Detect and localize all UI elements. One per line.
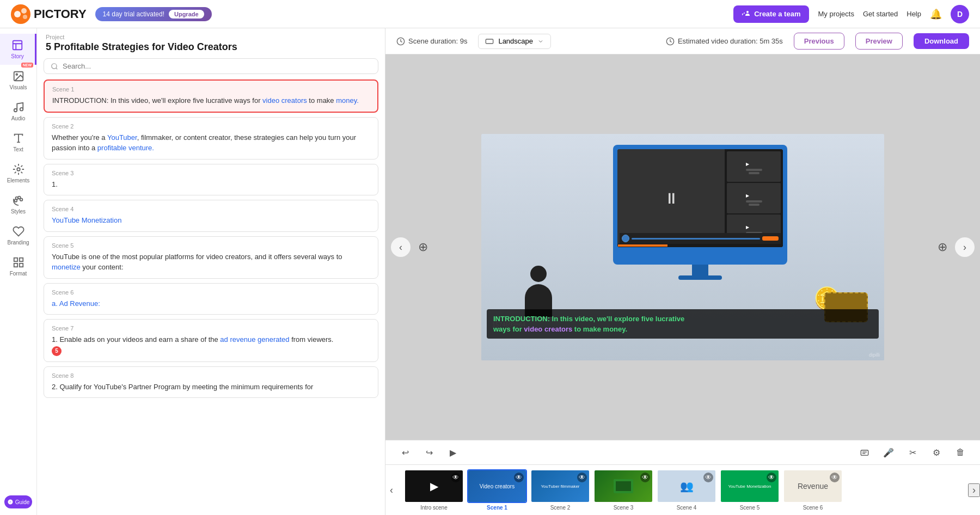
video-frame: ⏸ ▶ xyxy=(481,134,884,360)
scene-card-5[interactable]: Scene 5 YouTube is one of the most popul… xyxy=(44,236,378,279)
scene-card-8[interactable]: Scene 8 2. Qualify for YouTube's Partner… xyxy=(44,366,378,398)
scene-5-eye-icon[interactable]: 👁 xyxy=(767,473,776,482)
sidebar-item-text[interactable]: Text xyxy=(0,127,36,158)
scene-2-link-2[interactable]: profitable venture. xyxy=(97,144,154,152)
add-before-button[interactable]: ⊕ xyxy=(415,240,431,255)
main-video-area: ⏸ xyxy=(617,149,725,247)
scene-1-link-1[interactable]: video creators xyxy=(262,96,307,105)
scene-7-badge: 5 xyxy=(52,346,62,356)
sidebar-visuals-label: Visuals xyxy=(9,84,27,90)
filmstrip-scene-5[interactable]: YouTube Monetization 👁 Scene 5 xyxy=(720,469,780,511)
scene-card-3[interactable]: Scene 3 1. xyxy=(44,164,378,196)
scene-4-thumb: 👥 👁 xyxy=(657,469,716,503)
orientation-select[interactable]: Landscape xyxy=(478,34,551,49)
scene-4-link[interactable]: YouTube Monetization xyxy=(52,216,121,224)
subtitles-button[interactable] xyxy=(856,444,873,461)
upgrade-button[interactable]: Upgrade xyxy=(169,10,204,19)
scene-7-link[interactable]: ad revenue generated xyxy=(220,335,289,344)
play-button[interactable]: ▶ xyxy=(444,444,462,461)
clock2-icon xyxy=(666,37,675,46)
scene-duration-text: Scene duration: 9s xyxy=(408,37,467,45)
svg-rect-29 xyxy=(616,481,631,491)
scene-4-eye-icon[interactable]: 👁 xyxy=(703,473,713,482)
trial-badge: 14 day trial activated! Upgrade xyxy=(95,7,212,21)
download-button[interactable]: Download xyxy=(914,33,969,49)
filmstrip-scene-3[interactable]: 👁 Scene 3 xyxy=(593,469,653,511)
new-badge: NEW xyxy=(21,63,33,68)
add-after-button[interactable]: ⊕ xyxy=(935,240,950,255)
scene-5-thumb: YouTube Monetization 👁 xyxy=(720,469,780,503)
sidebar-item-elements[interactable]: Elements xyxy=(0,158,36,189)
scene-5-link[interactable]: monetize xyxy=(52,263,81,271)
notification-icon[interactable]: 🔔 xyxy=(930,8,942,20)
preview-button[interactable]: Preview xyxy=(855,33,903,50)
scene-card-4[interactable]: Scene 4 YouTube Monetization xyxy=(44,200,378,232)
scene-3-label: Scene 3 xyxy=(52,170,370,176)
scene-2-eye-icon[interactable]: 👁 xyxy=(577,473,587,482)
sidebar-branding-label: Branding xyxy=(7,240,29,246)
scene-1-thumb: Video creators 👁 xyxy=(467,469,527,503)
filmstrip-right-nav[interactable]: › xyxy=(968,483,980,497)
scene-5-text: YouTube is one of the most popular platf… xyxy=(52,252,370,273)
scene-1-link-2[interactable]: money. xyxy=(336,96,359,105)
scene-6-eye-icon[interactable]: 👁 xyxy=(830,473,840,482)
intro-scene-eye-icon[interactable]: 👁 xyxy=(451,473,461,482)
sidebar-story-label: Story xyxy=(11,53,23,59)
sidebar-item-audio[interactable]: Audio xyxy=(0,96,36,127)
mini-play-icon-2: ▶ xyxy=(746,193,749,198)
delete-button[interactable]: 🗑 xyxy=(952,444,969,461)
filmstrip: ‹ ▶ 👁 Intro scene Video xyxy=(385,464,980,515)
sidebar-item-format[interactable]: Format xyxy=(0,251,36,282)
avatar[interactable]: D xyxy=(951,5,969,23)
icon-bar: Story Visuals NEW Audio Text Elements St… xyxy=(0,28,37,515)
scene-card-2[interactable]: Scene 2 Whether you're a YouTuber, filmm… xyxy=(44,117,378,160)
filmstrip-scene-4[interactable]: 👥 👁 Scene 4 xyxy=(657,469,716,511)
guide-button[interactable]: Guide xyxy=(4,495,32,508)
logo[interactable]: PICTORY xyxy=(11,4,87,24)
filmstrip-scene-6[interactable]: Revenue 👁 Scene 6 xyxy=(783,469,843,511)
filmstrip-scene-1[interactable]: Video creators 👁 Scene 1 xyxy=(467,469,527,511)
logo-text: PICTORY xyxy=(34,7,87,21)
prev-scene-button[interactable]: ‹ xyxy=(391,237,411,257)
mini-video-2: ▶ xyxy=(727,183,781,213)
sidebar-item-visuals[interactable]: Visuals xyxy=(0,65,36,96)
sidebar-item-branding[interactable]: Branding xyxy=(0,220,36,251)
sidebar-item-styles[interactable]: Styles xyxy=(0,189,36,220)
previous-button[interactable]: Previous xyxy=(794,33,844,50)
help-link[interactable]: Help xyxy=(906,10,921,18)
scene-3-text: 1. xyxy=(52,179,370,190)
scene-1-eye-icon[interactable]: 👁 xyxy=(514,473,524,482)
scene-card-6[interactable]: Scene 6 a. Ad Revenue: xyxy=(44,283,378,315)
settings-button[interactable]: ⚙ xyxy=(928,444,945,461)
scene-card-1[interactable]: Scene 1 INTRODUCTION: In this video, we'… xyxy=(44,79,378,113)
create-team-button[interactable]: Create a team xyxy=(733,5,809,23)
scissors-button[interactable]: ✂ xyxy=(904,444,921,461)
scene-6-label: Scene 6 xyxy=(52,289,370,296)
sidebar-elements-label: Elements xyxy=(7,177,30,183)
scene-2-text: Whether you're a YouTuber, filmmaker, or… xyxy=(52,132,370,154)
svg-rect-17 xyxy=(19,258,22,261)
filmstrip-scene-2[interactable]: YouTuber filmmaker 👁 Scene 2 xyxy=(530,469,590,511)
scene-3-thumb: 👁 xyxy=(593,469,653,503)
filmstrip-left-nav[interactable]: ‹ xyxy=(385,485,397,496)
get-started-link[interactable]: Get started xyxy=(863,10,898,18)
undo-button[interactable]: ↩ xyxy=(396,444,414,461)
mini-video-1: ▶ xyxy=(727,151,781,182)
scene-card-7[interactable]: Scene 7 1. Enable ads on your videos and… xyxy=(44,319,378,362)
filmstrip-intro-scene[interactable]: ▶ 👁 Intro scene xyxy=(404,469,464,511)
scene-7-label: Scene 7 xyxy=(52,325,370,332)
scene-3-eye-icon[interactable]: 👁 xyxy=(640,473,650,482)
sidebar-item-story[interactable]: Story xyxy=(0,34,36,65)
search-input[interactable] xyxy=(63,62,371,70)
my-projects-link[interactable]: My projects xyxy=(818,10,854,18)
redo-button[interactable]: ↪ xyxy=(420,444,438,461)
monitor-stand xyxy=(692,265,708,275)
scene-2-link-1[interactable]: YouTuber xyxy=(107,133,137,142)
pause-icon: ⏸ xyxy=(664,189,679,207)
main-layout: Story Visuals NEW Audio Text Elements St… xyxy=(0,28,980,515)
scene-6-link[interactable]: a. Ad Revenue: xyxy=(52,299,100,308)
scene-3-label: Scene 3 xyxy=(614,505,634,511)
svg-point-8 xyxy=(20,108,23,111)
microphone-button[interactable]: 🎤 xyxy=(880,444,897,461)
next-scene-button[interactable]: › xyxy=(955,237,975,257)
